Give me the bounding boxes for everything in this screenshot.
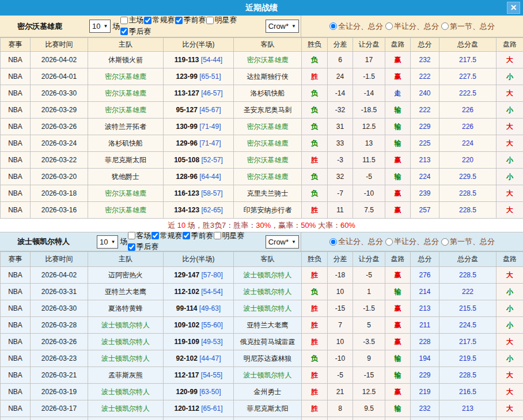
checkbox-input[interactable] <box>120 17 128 24</box>
col-header-total-line: 总分盘 <box>439 252 497 267</box>
cell-handicap: -3.5 <box>353 334 385 350</box>
filter-checkbox-主场[interactable]: 主场 <box>120 15 143 25</box>
cell-diff: -32 <box>328 102 353 119</box>
checkbox-input[interactable] <box>183 232 190 239</box>
cell-away: 洛杉矶快船 <box>234 85 302 102</box>
checkbox-input[interactable] <box>128 243 135 251</box>
filter-checkbox-季前赛[interactable]: 季前赛 <box>182 231 213 241</box>
filter-checkbox-明星赛[interactable]: 明星赛 <box>213 231 244 241</box>
games-count-select[interactable]: 10 ▼ <box>97 235 118 249</box>
filter-checkbox-明星赛[interactable]: 明星赛 <box>206 15 237 25</box>
cell-home: 洛杉矶快船 <box>88 135 164 152</box>
cell-total: 276 <box>411 267 439 284</box>
cell-home: 波士顿凯尔特人 <box>88 400 164 417</box>
col-header-score: 比分(半场) <box>164 38 234 52</box>
chevron-down-icon: ▼ <box>111 239 115 245</box>
cell-total_line: 229.5 <box>439 169 497 185</box>
games-count-select[interactable]: 10 ▼ <box>89 20 111 33</box>
filter-checkbox-客场[interactable]: 客场 <box>127 231 151 241</box>
cell-total_line: 226 <box>439 119 497 135</box>
radio-input[interactable] <box>329 238 337 246</box>
filter-checkbox-季前赛[interactable]: 季前赛 <box>175 15 206 25</box>
cell-score: 119-113 [54-44] <box>164 52 234 68</box>
cell-home: 密尔沃基雄鹿 <box>88 68 164 85</box>
filter-checkbox-季后赛[interactable]: 季后赛 <box>120 26 151 37</box>
cell-diff: 24 <box>328 68 353 85</box>
results-table-celtics: 赛事 比赛时间 主队 比分(半场) 客队 胜负 分差 让分盘 盘路 总分 总分盘… <box>0 251 523 420</box>
cell-home: 密尔沃基雄鹿 <box>88 185 164 202</box>
col-header-league: 赛事 <box>1 252 31 267</box>
cell-total_result: 大 <box>497 267 523 284</box>
radio-input[interactable] <box>441 238 449 246</box>
source-select[interactable]: Crow* ▼ <box>266 235 299 249</box>
col-header-handicap-result: 盘路 <box>385 252 411 267</box>
checkbox-label: 明星赛 <box>222 231 244 241</box>
radio-input[interactable] <box>385 238 393 246</box>
cell-handicap: 1 <box>353 284 385 300</box>
cell-total_line: 222.5 <box>439 85 497 102</box>
table-row: NBA2026-03-23波士顿凯尔特人92-102 [44-47]明尼苏达森林… <box>1 350 523 367</box>
handicap-type-radio[interactable]: 第一节、总分 <box>441 236 495 247</box>
checkbox-input[interactable] <box>128 232 135 239</box>
cell-total_result: 大 <box>497 384 523 400</box>
cell-home: 菲尼克斯太阳 <box>88 152 164 169</box>
cell-home: 波士顿凯尔特人 <box>88 350 164 367</box>
summary-text: 大率： <box>316 220 340 231</box>
cell-away: 印第安纳步行者 <box>234 202 302 219</box>
handicap-type-radio[interactable]: 第一节、总分 <box>441 21 495 32</box>
table-row: NBA2026-03-19波士顿凯尔特人120-99 [63-50]金州勇士胜2… <box>1 384 523 400</box>
radio-input[interactable] <box>329 22 337 30</box>
table-row: NBA2026-04-02迈阿密热火129-147 [57-80]波士顿凯尔特人… <box>1 267 523 284</box>
cell-home: 密尔沃基雄鹿 <box>88 85 164 102</box>
checkbox-label: 季前赛 <box>191 231 213 241</box>
checkbox-input[interactable] <box>206 17 214 24</box>
cell-diff: -7 <box>328 185 353 202</box>
checkbox-input[interactable] <box>151 232 159 239</box>
radio-label: 全让分、总分 <box>338 21 383 32</box>
handicap-type-radio[interactable]: 全让分、总分 <box>329 236 383 247</box>
cell-total_result: 大 <box>497 119 523 135</box>
checkbox-input[interactable] <box>214 232 221 239</box>
cell-handicap_result: 赢 <box>385 267 411 284</box>
cell-handicap: 12.5 <box>353 119 385 135</box>
cell-total_result: 大 <box>497 185 523 202</box>
cell-date: 2026-03-23 <box>31 350 88 367</box>
col-header-handicap: 让分盘 <box>353 38 385 52</box>
table-row: NBA2026-03-31亚特兰大老鹰112-102 [54-54]波士顿凯尔特… <box>1 284 523 300</box>
checkbox-input[interactable] <box>175 17 183 24</box>
cell-total_result: 小 <box>497 284 523 300</box>
cell-date: 2026-03-22 <box>31 152 88 169</box>
cell-league: NBA <box>1 367 31 384</box>
radio-input[interactable] <box>441 22 449 30</box>
filter-checkbox-常规赛[interactable]: 常规赛 <box>151 231 182 241</box>
cell-total_line: 229 <box>439 417 497 420</box>
radio-input[interactable] <box>385 22 393 30</box>
cell-result: 负 <box>302 284 328 300</box>
cell-result: 胜 <box>302 334 328 350</box>
filter-checkbox-常规赛[interactable]: 常规赛 <box>143 15 175 25</box>
handicap-type-radio[interactable]: 半让分、总分 <box>385 21 439 32</box>
checkbox-input[interactable] <box>144 17 151 24</box>
cell-away: 密尔沃基雄鹿 <box>234 119 302 135</box>
cell-league: NBA <box>1 334 31 350</box>
filter-bar-bucks: 密尔沃基雄鹿 10 ▼ 场 主场常规赛季前赛明星赛季后赛 Crow* ▼ 全让分… <box>0 16 523 37</box>
table-row: NBA2026-03-24洛杉矶快船129-96 [71-47]密尔沃基雄鹿负3… <box>1 135 523 152</box>
source-select[interactable]: Crow* ▼ <box>266 20 299 33</box>
checkbox-label: 季前赛 <box>183 15 206 25</box>
cell-total_line: 219.5 <box>439 350 497 367</box>
col-header-away: 客队 <box>234 38 302 52</box>
close-button[interactable]: ✕ <box>507 2 520 14</box>
cell-date: 2026-04-02 <box>31 267 88 284</box>
cell-result: 负 <box>302 169 328 185</box>
filter-left: 密尔沃基雄鹿 10 ▼ 场 主场常规赛季前赛明星赛季后赛 Crow* ▼ <box>0 16 301 37</box>
table-row: NBA2026-03-30夏洛特黄蜂99-114 [49-63]波士顿凯尔特人胜… <box>1 300 523 317</box>
checkbox-input[interactable] <box>120 28 128 35</box>
filter-checkbox-季后赛[interactable]: 季后赛 <box>127 242 158 252</box>
cell-home: 孟菲斯灰熊 <box>88 367 164 384</box>
radio-label: 全让分、总分 <box>338 236 383 247</box>
radio-label: 第一节、总分 <box>450 21 495 32</box>
cell-result: 胜 <box>302 317 328 334</box>
handicap-type-radio[interactable]: 全让分、总分 <box>329 21 383 32</box>
cell-result: 负 <box>302 350 328 367</box>
handicap-type-radio[interactable]: 半让分、总分 <box>385 236 439 247</box>
